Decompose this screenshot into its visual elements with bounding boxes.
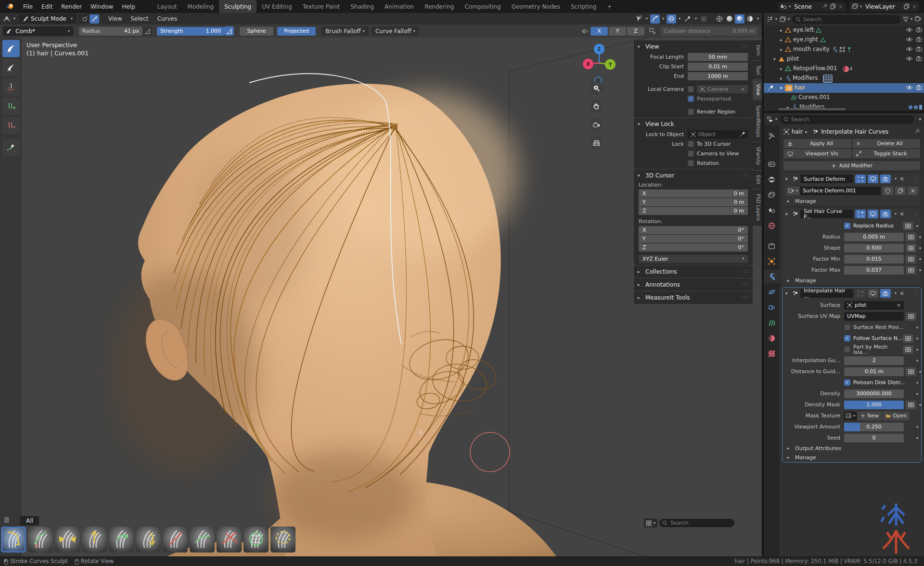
curve-falloff-dropdown[interactable]: Curve Falloff▾: [372, 26, 419, 36]
panel-collections[interactable]: ▸Collections∷∷: [634, 265, 753, 278]
shield-icon[interactable]: [883, 187, 893, 195]
outliner-row-eye-right[interactable]: ▸ eye.right: [764, 35, 924, 45]
breadcrumb-modifier[interactable]: Interpolate Hair Curves: [821, 129, 888, 135]
zoom-button[interactable]: [590, 81, 603, 95]
poisson-disk-checkbox[interactable]: ✓: [844, 379, 850, 386]
edit-mode-toggle[interactable]: [855, 210, 866, 218]
select-tool-visibility-icon[interactable]: [634, 14, 643, 24]
brush-selector[interactable]: Comb* ▾: [3, 26, 73, 36]
outliner-display-mode-icon[interactable]: ▾: [780, 16, 790, 22]
panel-measureit-tools[interactable]: ▸MeasureIt Tools∷∷: [634, 291, 753, 304]
workspace-modeling[interactable]: Modeling: [182, 0, 219, 13]
brush-tile-9[interactable]: [217, 527, 242, 553]
mirror-x-button[interactable]: X: [590, 27, 608, 36]
brush-tile-10[interactable]: [244, 527, 269, 553]
factor-min-field[interactable]: 0.015: [844, 255, 904, 264]
replace-radius-checkbox[interactable]: ✓: [844, 223, 850, 229]
focal-length-field[interactable]: 50 mm: [688, 53, 748, 61]
drag-grip-icon[interactable]: ∷∷: [742, 269, 749, 274]
shelf-search-input[interactable]: [659, 519, 734, 527]
modifier-name-pill[interactable]: Interpolate Hair ...: [800, 289, 853, 298]
grid-perspective-button[interactable]: [590, 136, 603, 150]
disable-render-icon[interactable]: [916, 46, 922, 53]
outliner-h-scrollbar[interactable]: [778, 108, 846, 110]
workspace-sculpting[interactable]: Sculpting: [219, 0, 257, 13]
shelf-tab-all[interactable]: All: [20, 516, 39, 526]
outliner-row-curves-001[interactable]: Curves.001: [764, 93, 924, 102]
sphere-button[interactable]: Sphere: [240, 27, 273, 36]
modifier-name-pill[interactable]: Set Hair Curve P...: [800, 210, 853, 218]
properties-options-icon[interactable]: ▾: [919, 117, 921, 122]
override-icon[interactable]: [903, 334, 913, 343]
tab-item[interactable]: Item: [753, 40, 762, 60]
brush-tile-6[interactable]: [136, 527, 161, 553]
drag-grip-icon[interactable]: ∷: [915, 212, 918, 216]
copy-icon[interactable]: [895, 187, 906, 195]
outliner-row-pilot-modifiers[interactable]: ▸ Modifiers: [764, 74, 924, 83]
render-toggle[interactable]: [880, 210, 891, 218]
tab-texture-icon[interactable]: [764, 347, 780, 360]
workspace-scripting[interactable]: Scripting: [565, 0, 602, 13]
clip-start-field[interactable]: 0.01 m: [688, 63, 748, 71]
brush-falloff-dropdown[interactable]: Brush Falloff▾: [321, 26, 369, 36]
panel-annotations[interactable]: ▸Annotations∷∷: [634, 278, 753, 291]
workspace-layout[interactable]: Layout: [152, 0, 182, 13]
override-icon[interactable]: [906, 233, 916, 241]
override-icon[interactable]: [906, 244, 916, 252]
menu-window[interactable]: Window: [86, 4, 117, 10]
disable-render-icon[interactable]: [916, 37, 922, 43]
modifier-name-pill[interactable]: Surface Deform: [800, 175, 853, 183]
edit-mode-toggle[interactable]: [855, 289, 866, 298]
mirror-y-button[interactable]: Y: [609, 27, 626, 36]
seed-field[interactable]: 0: [844, 434, 904, 442]
add-modifier-button[interactable]: +Add Modifier: [783, 161, 920, 170]
view-layer-selector[interactable]: ▾ ViewLayer ×: [849, 2, 919, 12]
overlays-toggle-icon[interactable]: [667, 14, 676, 24]
editor-type-button[interactable]: ▾: [3, 15, 15, 22]
clear-surface-icon[interactable]: ×: [897, 302, 901, 308]
tab-output-icon[interactable]: [764, 173, 780, 186]
tab-collection-icon[interactable]: [764, 239, 780, 252]
radius-slider[interactable]: Radius 41 px: [79, 27, 142, 36]
tab-speedretopo[interactable]: SpeedRetopo: [753, 101, 762, 142]
shelf-menu-icon[interactable]: ☰: [4, 517, 10, 523]
outliner-filter-icon[interactable]: ▾: [903, 17, 912, 22]
cursor-rot-x[interactable]: X0°: [639, 226, 748, 234]
cursor-loc-z[interactable]: Z0 m: [639, 207, 748, 215]
surface-uv-map-field[interactable]: UVMap: [844, 312, 904, 321]
brush-tile-7[interactable]: [163, 527, 188, 553]
override-icon[interactable]: [906, 401, 916, 409]
disable-render-icon[interactable]: [916, 27, 922, 34]
falloff-toggle-icon[interactable]: [80, 14, 90, 24]
workspace-uv-editing[interactable]: UV Editing: [257, 0, 297, 13]
manage-subpanel[interactable]: ▸Manage: [783, 453, 921, 462]
hide-eye-icon[interactable]: [906, 47, 913, 53]
close-modifier-icon[interactable]: ×: [899, 290, 904, 296]
clip-end-field[interactable]: 1000 m: [688, 72, 748, 80]
tab-view[interactable]: View: [753, 80, 762, 100]
projected-button[interactable]: Projected: [277, 27, 316, 36]
lock-to-object-field[interactable]: Object: [688, 130, 748, 138]
tool-draw-curve-button[interactable]: [2, 139, 20, 156]
tab-constraints-icon[interactable]: [764, 301, 780, 314]
menu-select[interactable]: Select: [127, 16, 153, 22]
outliner-row-mouth-cavity[interactable]: ▸ mouth cavity: [764, 45, 924, 54]
hide-eye-icon[interactable]: [906, 37, 913, 43]
factor-max-field[interactable]: 0.037: [844, 266, 904, 275]
collision-distance-field[interactable]: Collision distance 0.005 m: [661, 27, 758, 36]
cursor-loc-x[interactable]: X0 m: [639, 189, 748, 198]
tab-tool[interactable]: Tool: [753, 61, 762, 79]
clear-camera-icon[interactable]: ×: [741, 87, 745, 92]
gizmos-toggle-icon[interactable]: [650, 14, 660, 24]
pin-icon[interactable]: [822, 3, 828, 10]
mirror-z-button[interactable]: Z: [627, 27, 644, 36]
panel-3d-cursor-header[interactable]: ▾3D Cursor∷∷: [634, 170, 753, 181]
surface-field[interactable]: pilot×: [844, 301, 904, 310]
tab-psd-layers[interactable]: PSD Layers: [753, 189, 762, 225]
override-icon[interactable]: [906, 255, 916, 264]
cursor-rot-z[interactable]: Z0°: [639, 243, 748, 252]
override-icon[interactable]: [906, 367, 916, 376]
menu-view[interactable]: View: [104, 16, 126, 22]
hide-eye-icon[interactable]: [906, 85, 913, 91]
strength-pressure-icon[interactable]: [224, 26, 234, 36]
